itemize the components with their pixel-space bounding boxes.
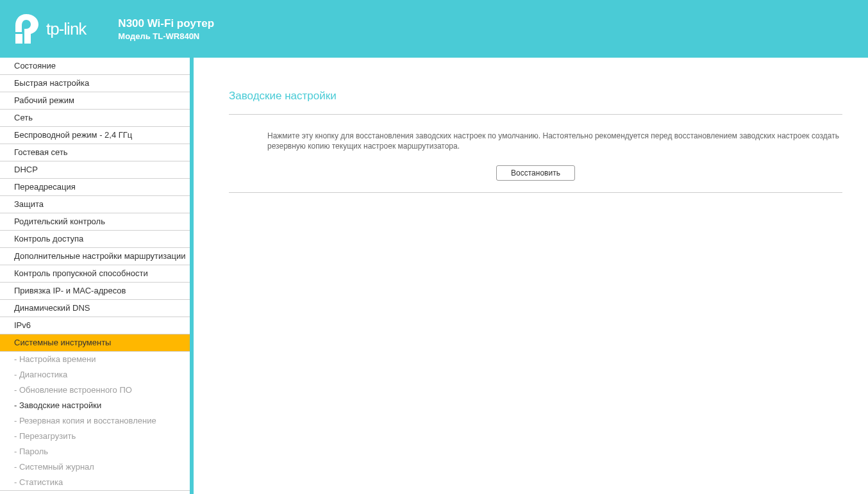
nav-sub-password[interactable]: - Пароль [0, 444, 190, 459]
container: Состояние Быстрая настройка Рабочий режи… [0, 58, 868, 494]
nav-access-control[interactable]: Контроль доступа [0, 231, 190, 248]
header-product-title: N300 Wi-Fi роутер [118, 17, 214, 30]
nav-sub-syslog[interactable]: - Системный журнал [0, 459, 190, 475]
logo: tp-link [13, 13, 86, 45]
sidebar: Состояние Быстрая настройка Рабочий режи… [0, 58, 194, 494]
divider-top [229, 114, 842, 115]
nav-status[interactable]: Состояние [0, 58, 190, 75]
header: tp-link N300 Wi-Fi роутер Модель TL-WR84… [0, 0, 868, 58]
restore-button[interactable]: Восстановить [496, 165, 575, 181]
nav-system-tools[interactable]: Системные инструменты [0, 334, 190, 352]
instruction-text: Нажмите эту кнопку для восстановления за… [267, 131, 842, 151]
nav-sub-statistics[interactable]: - Статистика [0, 475, 190, 490]
nav-guest-network[interactable]: Гостевая сеть [0, 144, 190, 161]
nav-quick-setup[interactable]: Быстрая настройка [0, 75, 190, 92]
nav-bandwidth[interactable]: Контроль пропускной способности [0, 265, 190, 283]
nav-logout[interactable]: Выйти [0, 490, 190, 494]
content: Заводские настройки Нажмите эту кнопку д… [203, 58, 868, 494]
nav-sub-factory-defaults[interactable]: - Заводские настройки [0, 398, 190, 413]
page-title: Заводские настройки [229, 90, 842, 103]
header-info: N300 Wi-Fi роутер Модель TL-WR840N [118, 17, 214, 41]
logo-text: tp-link [46, 19, 86, 39]
nav-sub-reboot[interactable]: - Перезагрузить [0, 429, 190, 444]
divider-bottom [229, 192, 842, 193]
button-row: Восстановить [229, 165, 842, 181]
tp-link-logo-icon [13, 13, 40, 45]
nav-parental-control[interactable]: Родительский контроль [0, 213, 190, 231]
nav-wireless[interactable]: Беспроводной режим - 2,4 ГГц [0, 127, 190, 144]
nav-ip-mac-binding[interactable]: Привязка IP- и МАС-адресов [0, 283, 190, 300]
nav-ddns[interactable]: Динамический DNS [0, 300, 190, 317]
header-model: Модель TL-WR840N [118, 31, 214, 41]
nav-operation-mode[interactable]: Рабочий режим [0, 92, 190, 110]
nav-sub-diagnostics[interactable]: - Диагностика [0, 367, 190, 383]
nav-network[interactable]: Сеть [0, 110, 190, 127]
nav-dhcp[interactable]: DHCP [0, 161, 190, 179]
nav-forwarding[interactable]: Переадресация [0, 179, 190, 196]
nav-routing[interactable]: Дополнительные настройки маршрутизации [0, 248, 190, 265]
nav-sub-backup-restore[interactable]: - Резервная копия и восстановление [0, 413, 190, 429]
nav-ipv6[interactable]: IPv6 [0, 317, 190, 334]
nav-sub-firmware[interactable]: - Обновление встроенного ПО [0, 383, 190, 398]
nav-sub-time[interactable]: - Настройка времени [0, 352, 190, 367]
nav-security[interactable]: Защита [0, 196, 190, 213]
